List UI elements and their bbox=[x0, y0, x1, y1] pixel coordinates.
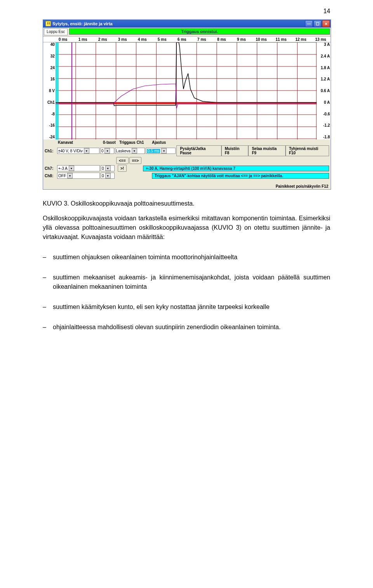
chevron-down-icon: ▼ bbox=[69, 166, 74, 171]
chevron-down-icon: ▼ bbox=[161, 148, 167, 154]
ch1-zero-select[interactable]: 0▼ bbox=[100, 148, 114, 154]
chevron-down-icon: ▼ bbox=[67, 173, 73, 178]
store-button[interactable]: Muistiin F8 bbox=[221, 145, 249, 156]
close-button[interactable]: ✕ bbox=[322, 20, 330, 27]
controls-panel: Kanavat 0-tasot Triggaus Ch1 Ajastus Ch1… bbox=[43, 140, 331, 181]
scope-window: Sytytys, ensiö: jännite ja virta — ☐ ✕ L… bbox=[43, 19, 331, 190]
nav-left-button[interactable]: <== bbox=[116, 157, 129, 164]
ch7-range-select[interactable]: +-3 A▼ bbox=[57, 165, 100, 171]
ch8-label: Ch8: bbox=[45, 174, 56, 178]
chevron-down-icon: ▼ bbox=[84, 148, 89, 154]
ch1-label: Ch1: bbox=[45, 149, 56, 153]
info-banner-2: Triggaus "AJAN"-kohtaa näytöllä voit muu… bbox=[152, 173, 329, 179]
nav-right-button[interactable]: ==> bbox=[129, 157, 142, 164]
scroll-mem-button[interactable]: Selaa muistia F9 bbox=[248, 145, 286, 156]
window-title: Sytytys, ensiö: jännite ja virta bbox=[52, 21, 113, 26]
chevron-down-icon: ▼ bbox=[105, 173, 111, 178]
timebase-select[interactable]: 0.5 ms▼ bbox=[146, 148, 176, 154]
clear-mem-button[interactable]: Tyhjennä muisti F10 bbox=[286, 145, 329, 156]
chevron-down-icon: ▼ bbox=[105, 166, 111, 171]
chevron-down-icon: ▼ bbox=[132, 148, 137, 154]
list-item: ohjainlaitteessa mahdollisesti olevan su… bbox=[53, 323, 330, 332]
hdr-otasot: 0-tasot bbox=[103, 140, 117, 145]
hdr-triggaus: Triggaus Ch1 bbox=[119, 140, 150, 145]
time-axis: 0 ms1 ms 2 ms3 ms 4 ms5 ms 6 ms7 ms 8 ms… bbox=[43, 36, 331, 42]
figure-caption: KUVIO 3. Oskilloskooppikuvaaja polttoain… bbox=[43, 199, 330, 208]
window-titlebar: Sytytys, ensiö: jännite ja virta — ☐ ✕ bbox=[43, 20, 331, 28]
plot-area bbox=[56, 42, 317, 140]
list-item: suuttimen mekaaniset aukeamis- ja kiinni… bbox=[53, 273, 330, 291]
info-banner-1: +-30 A, Hameg-virtapihti (100 mV/A) kana… bbox=[143, 166, 329, 171]
status-hint: Painikkeet pois/näkyviin F12 bbox=[43, 181, 331, 189]
body-paragraph: Oskilloskooppikuvaajasta voidaan tarkast… bbox=[43, 214, 330, 242]
ch1-range-select[interactable]: ±40 V, 8 V/Div▼ bbox=[57, 148, 99, 154]
trace-current bbox=[56, 84, 317, 108]
y-axis-right: 3 A2.4 A 1.8 A1.2 A 0.6 A0 A -0.6-1.2 -1… bbox=[317, 42, 331, 140]
hdr-ajastus: Ajastus bbox=[152, 140, 182, 145]
minimize-button[interactable]: — bbox=[305, 20, 313, 27]
chevron-down-icon: ▼ bbox=[105, 148, 110, 154]
ch8-range-select[interactable]: OFF▼ bbox=[57, 173, 100, 179]
ch7-zero-select[interactable]: 0▼ bbox=[101, 165, 115, 171]
list-item: suuttimen käämityksen kunto, eli sen kyk… bbox=[53, 302, 330, 312]
cursor-left[interactable] bbox=[56, 42, 59, 140]
y-axis-left: 4032 2416 8 VCh1 -8-16 -24 bbox=[43, 42, 56, 140]
ch7-label: Ch7: bbox=[45, 166, 56, 171]
app-icon bbox=[45, 21, 51, 26]
list-item: suuttimen ohjauksen oikeanlainen toimint… bbox=[53, 253, 330, 262]
trace-voltage bbox=[56, 42, 317, 106]
esc-button[interactable]: Loppu Esc bbox=[44, 28, 68, 35]
pause-button[interactable]: Pysäytä/Jatka Pause bbox=[176, 145, 221, 156]
trigger-edge-select[interactable]: Laskeva▼ bbox=[115, 148, 145, 154]
hdr-kanavat: Kanavat bbox=[58, 140, 101, 145]
ch8-zero-select[interactable]: 0▼ bbox=[101, 173, 115, 179]
page-number: 14 bbox=[323, 8, 330, 15]
bullet-list: suuttimen ohjauksen oikeanlainen toimint… bbox=[43, 253, 330, 332]
trigger-status-banner: Triggaus onnistui. bbox=[69, 28, 330, 35]
excl-button[interactable]: >! bbox=[118, 165, 127, 172]
maximize-button[interactable]: ☐ bbox=[314, 20, 321, 27]
